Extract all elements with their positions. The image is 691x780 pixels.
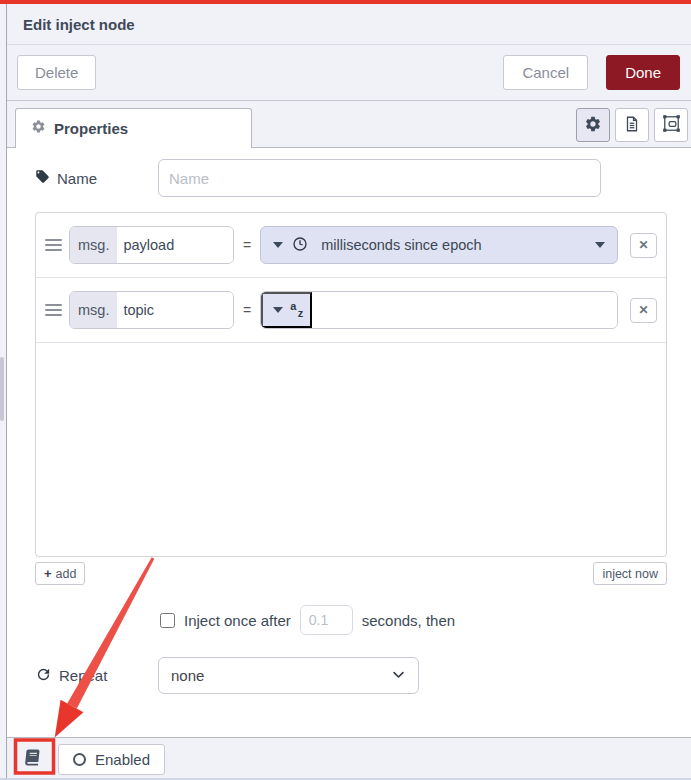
drag-handle-icon[interactable] [45,304,62,316]
topic-key-typedinput[interactable]: msg. [69,291,234,329]
document-icon [623,115,641,136]
clock-icon [292,236,308,255]
list-item-topic: msg. = az ✕ [36,278,666,343]
gear-icon [584,115,602,136]
name-label: Name [35,169,158,187]
dialog-panel: Edit inject node Delete Cancel Done Prop… [7,4,691,780]
list-item-payload: msg. = milliseconds since epoch [36,213,666,278]
inject-once-row: Inject once after seconds, then [160,605,691,635]
chevron-down-icon [391,667,406,685]
top-red-strip [0,0,691,4]
caret-down-icon [273,242,283,248]
appearance-icon [662,114,681,136]
repeat-select[interactable]: none [158,657,419,694]
add-row-button[interactable]: + add [35,562,85,585]
add-button-label: add [56,567,77,581]
payload-key-typedinput[interactable]: msg. [69,226,234,264]
enabled-toggle-button[interactable]: Enabled [58,744,165,775]
tag-icon [35,169,50,187]
edit-inject-dialog: Edit inject node Delete Cancel Done Prop… [0,0,691,780]
delete-button[interactable]: Delete [17,55,96,90]
properties-tab-button[interactable] [576,108,610,142]
name-label-text: Name [57,170,97,187]
inject-once-suffix-label: seconds, then [362,612,455,629]
caret-down-icon [273,307,283,313]
msg-prefix: msg. [70,227,117,263]
done-button[interactable]: Done [606,55,680,90]
plus-icon: + [44,566,52,581]
tab-bar: Properties [7,101,691,148]
inject-once-checkbox[interactable] [160,613,175,628]
book-icon [22,748,43,770]
msg-prefix: msg. [70,292,117,328]
repeat-selected-option: none [171,667,391,684]
topic-key-input[interactable] [117,292,233,328]
inject-now-label: inject now [602,567,658,581]
string-type-icon: az [290,302,302,318]
status-circle-icon [73,753,86,766]
tab-properties[interactable]: Properties [15,108,252,148]
message-properties-list: msg. = milliseconds since epoch [35,212,667,557]
topic-value-typedinput: az [260,291,618,329]
payload-value-typedinput[interactable]: milliseconds since epoch [260,226,618,264]
dialog-header: Edit inject node [7,4,691,45]
scrollbar-thumb[interactable] [0,357,4,421]
description-tab-button[interactable] [615,108,649,142]
cancel-button[interactable]: Cancel [503,55,588,90]
name-row: Name [35,159,691,197]
appearance-tab-button[interactable] [654,108,688,142]
repeat-label-text: Repeat [59,667,107,684]
dialog-toolbar: Delete Cancel Done [7,45,691,101]
remove-row-button[interactable]: ✕ [630,298,657,323]
window-left-gutter [0,4,7,780]
inject-once-label: Inject once after [184,612,291,629]
enabled-label: Enabled [95,751,150,768]
tab-properties-label: Properties [54,120,128,137]
gear-icon [31,119,46,138]
payload-value-label: milliseconds since epoch [317,237,586,253]
topic-value-input[interactable] [312,292,617,328]
topic-type-button[interactable]: az [261,292,312,328]
inject-once-delay-input[interactable] [300,605,353,635]
name-input[interactable] [158,159,601,197]
list-actions-row: + add inject now [35,562,667,585]
node-help-button[interactable] [17,744,48,774]
dialog-title: Edit inject node [23,16,135,33]
properties-panel: Name msg. = [7,148,691,737]
remove-row-button[interactable]: ✕ [630,233,657,258]
repeat-row: Repeat none [35,657,691,694]
caret-down-icon [595,242,605,248]
payload-key-input[interactable] [117,227,233,263]
equals-sign: = [243,237,251,253]
inject-now-button[interactable]: inject now [593,562,667,585]
dialog-footer: Enabled [7,737,691,780]
drag-handle-icon[interactable] [45,239,62,251]
refresh-icon [35,666,52,686]
repeat-label: Repeat [35,666,158,686]
tab-icon-buttons [576,108,688,142]
equals-sign: = [243,302,251,318]
